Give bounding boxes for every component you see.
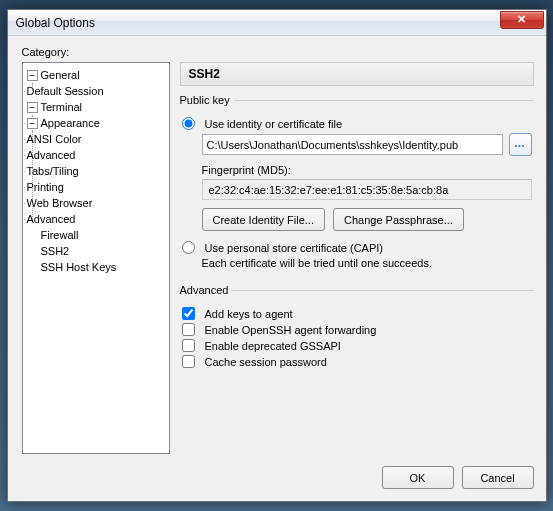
- browse-button[interactable]: …: [509, 133, 532, 156]
- category-tree[interactable]: − General Default Session − Terminal: [22, 62, 170, 454]
- titlebar[interactable]: Global Options ✕: [8, 10, 546, 36]
- dialog-footer: OK Cancel: [22, 466, 534, 489]
- tree-item-default-session[interactable]: Default Session: [27, 83, 167, 99]
- change-passphrase-button[interactable]: Change Passphrase...: [333, 208, 464, 231]
- use-identity-label: Use identity or certificate file: [205, 118, 343, 130]
- tree-item-ssh-host-keys[interactable]: SSH Host Keys: [27, 259, 167, 275]
- capi-note: Each certificate will be tried until one…: [202, 257, 433, 269]
- collapse-icon[interactable]: −: [27, 102, 38, 113]
- fingerprint-label: Fingerprint (MD5):: [202, 164, 291, 176]
- publickey-group: Public key Use identity or certificate f…: [180, 94, 534, 274]
- cancel-button[interactable]: Cancel: [462, 466, 534, 489]
- create-identity-button[interactable]: Create Identity File...: [202, 208, 326, 231]
- cache-pw-label: Cache session password: [205, 356, 327, 368]
- gssapi-checkbox[interactable]: [182, 339, 195, 352]
- tree-item-general[interactable]: − General: [27, 67, 167, 83]
- use-capi-radio[interactable]: [182, 241, 195, 254]
- add-keys-checkbox[interactable]: [182, 307, 195, 320]
- gssapi-label: Enable deprecated GSSAPI: [205, 340, 341, 352]
- tree-item-terminal[interactable]: − Terminal: [27, 99, 167, 115]
- close-icon: ✕: [517, 13, 526, 25]
- collapse-icon[interactable]: −: [27, 70, 38, 81]
- tree-item-tabs-tiling[interactable]: Tabs/Tiling: [27, 163, 167, 179]
- dialog-content: Category: − General Default Session: [8, 36, 546, 501]
- openssh-fwd-label: Enable OpenSSH agent forwarding: [205, 324, 377, 336]
- collapse-icon[interactable]: −: [27, 118, 38, 129]
- settings-panel: SSH2 Public key Use identity or certific…: [180, 62, 534, 454]
- tree-item-appearance[interactable]: − Appearance: [27, 115, 167, 131]
- openssh-fwd-checkbox[interactable]: [182, 323, 195, 336]
- tree-item-web-browser[interactable]: Web Browser: [27, 195, 167, 211]
- tree-item-appearance-advanced[interactable]: Advanced: [27, 147, 167, 163]
- use-identity-radio[interactable]: [182, 117, 195, 130]
- tree-item-firewall[interactable]: Firewall: [27, 227, 167, 243]
- global-options-dialog: Global Options ✕ Category: − General: [7, 9, 547, 502]
- advanced-legend: Advanced: [180, 284, 233, 296]
- tree-item-ssh2[interactable]: SSH2: [27, 243, 167, 259]
- tree-item-ansi-color[interactable]: ANSI Color: [27, 131, 167, 147]
- ok-button[interactable]: OK: [382, 466, 454, 489]
- add-keys-label: Add keys to agent: [205, 308, 293, 320]
- use-capi-label: Use personal store certificate (CAPI): [205, 242, 384, 254]
- ellipsis-icon: …: [514, 137, 526, 149]
- fingerprint-value: e2:32:c4:ae:15:32:e7:ee:e1:81:c5:35:8e:5…: [202, 179, 532, 200]
- publickey-legend: Public key: [180, 94, 234, 106]
- category-label: Category:: [22, 46, 534, 58]
- tree-item-terminal-advanced[interactable]: Advanced: [27, 211, 167, 227]
- tree-item-printing[interactable]: Printing: [27, 179, 167, 195]
- advanced-group: Advanced Add keys to agent Enable OpenSS…: [180, 284, 534, 373]
- close-button[interactable]: ✕: [500, 11, 544, 29]
- cache-pw-checkbox[interactable]: [182, 355, 195, 368]
- window-title: Global Options: [16, 16, 500, 30]
- panel-title: SSH2: [180, 62, 534, 86]
- identity-path-input[interactable]: [202, 134, 503, 155]
